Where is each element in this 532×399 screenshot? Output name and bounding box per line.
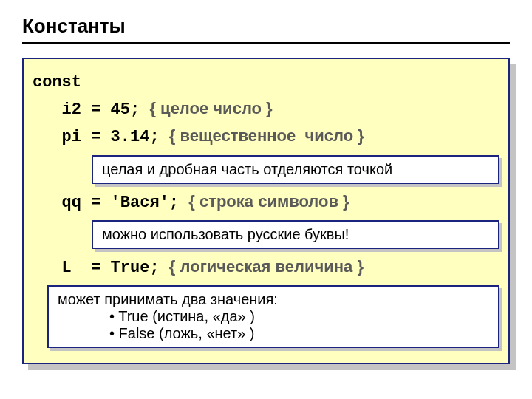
code-line-1-text: i2 = 45; (33, 100, 149, 119)
note-3-list: True (истина, «да» ) False (ложь, «нет» … (58, 308, 489, 342)
code-line-2: pi = 3.14; { вещественное число } (33, 123, 499, 150)
code-container: const i2 = 45; { целое число } pi = 3.14… (22, 58, 510, 364)
note-1: целая и дробная часть отделяются точкой (92, 155, 499, 184)
code-line-3-text: qq = 'Вася'; (33, 194, 188, 212)
note-3-intro: может принимать два значения: (58, 291, 278, 307)
code-line-4: L = True; { логическая величина } (33, 253, 499, 281)
note-3-bullet-1: True (истина, «да» ) (109, 308, 489, 325)
code-line-3: qq = 'Вася'; { строка символов } (33, 188, 499, 216)
code-line-1: i2 = 45; { целое число } (33, 95, 499, 123)
code-line-3-comment: { строка символов } (188, 192, 349, 211)
note-3: может принимать два значения: True (исти… (47, 285, 499, 348)
code-line-4-text: L = True; (33, 259, 169, 277)
note-3-bullet-2: False (ложь, «нет» ) (109, 325, 489, 342)
note-1-wrap: целая и дробная часть отделяются точкой (92, 155, 499, 184)
code-line-2-comment: { вещественное число } (169, 126, 364, 145)
code-box: const i2 = 45; { целое число } pi = 3.14… (22, 58, 510, 364)
note-2: можно использовать русские буквы! (92, 220, 499, 249)
code-line-2-text: pi = 3.14; (33, 128, 169, 146)
code-keyword: const (33, 69, 499, 95)
note-3-wrap: может принимать два значения: True (исти… (47, 285, 499, 348)
code-line-1-comment: { целое число } (149, 99, 272, 117)
code-line-4-comment: { логическая величина } (169, 257, 364, 276)
slide-title: Константы (22, 15, 510, 44)
note-2-wrap: можно использовать русские буквы! (92, 220, 499, 249)
